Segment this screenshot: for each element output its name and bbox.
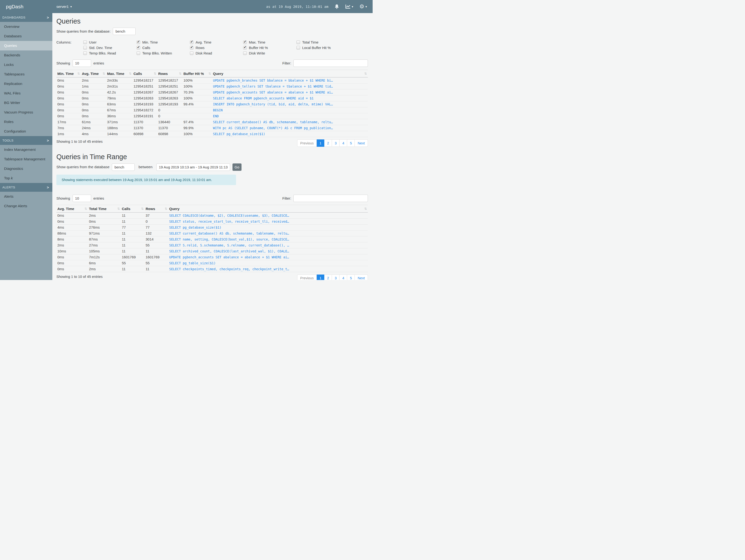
sidebar-item-queries[interactable]: Queries (0, 41, 52, 51)
query-link[interactable]: SELECT S.relid, S.schemaname, S.relname,… (168, 242, 368, 248)
page-button-3[interactable]: 3 (332, 139, 339, 147)
page-button-5[interactable]: 5 (347, 274, 355, 280)
sidebar-item-backends[interactable]: Backends (0, 51, 52, 60)
page-button-1[interactable]: 1 (317, 274, 324, 280)
query-link[interactable]: UPDATE pgbench_accounts SET abalance = a… (168, 254, 368, 260)
query-link[interactable]: BEGIN (212, 107, 368, 113)
sort-icon[interactable]: ⇅ (364, 72, 367, 75)
sort-icon[interactable]: ⇅ (129, 72, 132, 75)
sort-icon[interactable]: ⇅ (208, 72, 211, 75)
checkbox-disk-write[interactable] (243, 52, 247, 55)
sidebar-item-locks[interactable]: Locks (0, 60, 52, 69)
filter-input-1[interactable] (293, 60, 368, 67)
column-header-query[interactable]: Query⇅ (168, 205, 368, 212)
checkbox-disk-read[interactable] (190, 52, 193, 55)
database-input[interactable] (113, 28, 136, 35)
column-header-total-time[interactable]: Total Time⇅ (88, 205, 121, 212)
page-button-4[interactable]: 4 (339, 274, 347, 280)
sidebar-item-wal-files[interactable]: WAL Files (0, 89, 52, 98)
checkbox-total-time[interactable] (296, 40, 300, 44)
page-button-1[interactable]: 1 (317, 139, 324, 147)
query-link[interactable]: SELECT COALESCE(datname, $2), COALESCE(u… (168, 212, 368, 219)
query-link[interactable]: SELECT pg_table_size($1) (168, 260, 368, 266)
query-link[interactable]: SELECT status, receive_start_lsn, receiv… (168, 219, 368, 224)
sort-icon[interactable]: ⇅ (102, 72, 105, 75)
sidebar-item-bg-writer[interactable]: BG Writer (0, 98, 52, 107)
sidebar-item-alerts[interactable]: Alerts (0, 192, 52, 201)
sort-icon[interactable]: ⇅ (85, 207, 87, 210)
checkbox-rows[interactable] (190, 46, 193, 50)
query-link[interactable]: SELECT name, setting, COALESCE(boot_val,… (168, 236, 368, 242)
column-header-min-time[interactable]: Min. Time⇅ (56, 70, 81, 77)
checkbox-temp-blks-written[interactable] (137, 52, 140, 55)
sidebar-item-tablespace-management[interactable]: Tablespace Management (0, 154, 52, 164)
column-toggle-disk-read[interactable]: Disk Read (190, 51, 243, 56)
sort-icon[interactable]: ⇅ (77, 72, 80, 75)
sort-icon[interactable]: ⇅ (154, 72, 156, 75)
next-page-button[interactable]: Next (355, 139, 368, 147)
charts-menu[interactable]: ▾ (345, 4, 353, 9)
sidebar-item-replication[interactable]: Replication (0, 79, 52, 89)
query-link[interactable]: SELECT abalance FROM pgbench_accounts WH… (212, 95, 368, 101)
column-header-calls[interactable]: Calls⇅ (121, 205, 145, 212)
sidebar-section-dashboards[interactable]: DASHBOARDS> (0, 13, 52, 22)
settings-menu[interactable]: ⚙ ▾ (359, 4, 367, 9)
column-toggle-buffer-hit[interactable]: Buffer Hit % (243, 45, 296, 50)
sort-icon[interactable]: ⇅ (117, 207, 120, 210)
column-toggle-std-dev-time[interactable]: Std. Dev. Time (83, 45, 137, 50)
query-link[interactable]: WITH pc AS (SELECT pubname, COUNT(*) AS … (212, 125, 368, 131)
column-toggle-local-buffer-hit[interactable]: Local Buffer Hit % (296, 45, 350, 50)
query-link[interactable]: UPDATE pgbench_tellers SET tbalance = tb… (212, 84, 368, 90)
column-toggle-avg-time[interactable]: Avg. Time (190, 40, 243, 45)
sidebar-section-tools[interactable]: TOOLS> (0, 136, 52, 145)
sort-icon[interactable]: ⇅ (364, 207, 367, 210)
next-page-button[interactable]: Next (355, 274, 368, 280)
entries-count-input[interactable] (72, 60, 91, 67)
column-toggle-rows[interactable]: Rows (190, 45, 243, 50)
column-toggle-temp-blks-read[interactable]: Temp Blks. Read (83, 51, 137, 56)
query-link[interactable]: UPDATE pgbench_branches SET bbalance = b… (212, 77, 368, 84)
column-header-buffer-hit[interactable]: Buffer Hit %⇅ (183, 70, 212, 77)
column-toggle-min-time[interactable]: Min. Time (137, 40, 190, 45)
checkbox-avg-time[interactable] (190, 40, 193, 44)
checkbox-min-time[interactable] (137, 40, 140, 44)
query-link[interactable]: SELECT current_database() AS db, scheman… (212, 119, 368, 125)
query-link[interactable]: SELECT current_database() AS db, scheman… (168, 230, 368, 236)
notifications-button[interactable] (334, 4, 339, 9)
sidebar-section-alerts[interactable]: ALERTS> (0, 183, 52, 192)
sidebar-item-top-k[interactable]: Top k (0, 173, 52, 183)
filter-input-2[interactable] (293, 195, 368, 202)
column-header-calls[interactable]: Calls⇅ (133, 70, 157, 77)
sidebar-item-databases[interactable]: Databases (0, 31, 52, 41)
server-selector[interactable]: server1 ▾ (56, 4, 72, 9)
checkbox-calls[interactable] (137, 46, 140, 50)
column-toggle-temp-blks-written[interactable]: Temp Blks. Written (137, 51, 190, 56)
sort-icon[interactable]: ⇅ (141, 207, 144, 210)
query-link[interactable]: SELECT checkpoints_timed, checkpoints_re… (168, 266, 368, 272)
sort-icon[interactable]: ⇅ (179, 72, 182, 75)
sidebar-item-vacuum-progress[interactable]: Vacuum Progress (0, 107, 52, 117)
column-header-query[interactable]: Query⇅ (212, 70, 368, 77)
checkbox-std-dev-time[interactable] (83, 46, 87, 50)
query-link[interactable]: SELECT pg_database_size($1) (168, 224, 368, 230)
previous-page-button[interactable]: Previous (297, 274, 317, 280)
sort-icon[interactable]: ⇅ (165, 207, 167, 210)
sidebar-item-overview[interactable]: Overview (0, 22, 52, 31)
query-link[interactable]: END (212, 113, 368, 119)
checkbox-user[interactable] (83, 40, 87, 44)
page-button-5[interactable]: 5 (347, 139, 355, 147)
page-button-3[interactable]: 3 (332, 274, 339, 280)
entries-count-input-2[interactable] (72, 195, 91, 202)
sidebar-item-roles[interactable]: Roles (0, 117, 52, 127)
go-button[interactable]: Go (232, 163, 241, 171)
checkbox-local-buffer-hit[interactable] (296, 46, 300, 50)
checkbox-max-time[interactable] (243, 40, 247, 44)
column-toggle-disk-write[interactable]: Disk Write (243, 51, 296, 56)
column-header-avg-time[interactable]: Avg. Time⇅ (56, 205, 88, 212)
column-toggle-max-time[interactable]: Max. Time (243, 40, 296, 45)
column-header-rows[interactable]: Rows⇅ (157, 70, 183, 77)
checkbox-buffer-hit[interactable] (243, 46, 247, 50)
query-link[interactable]: SELECT archived_count, COALESCE(last_arc… (168, 248, 368, 254)
page-button-4[interactable]: 4 (339, 139, 347, 147)
time-range-input[interactable] (156, 163, 230, 171)
